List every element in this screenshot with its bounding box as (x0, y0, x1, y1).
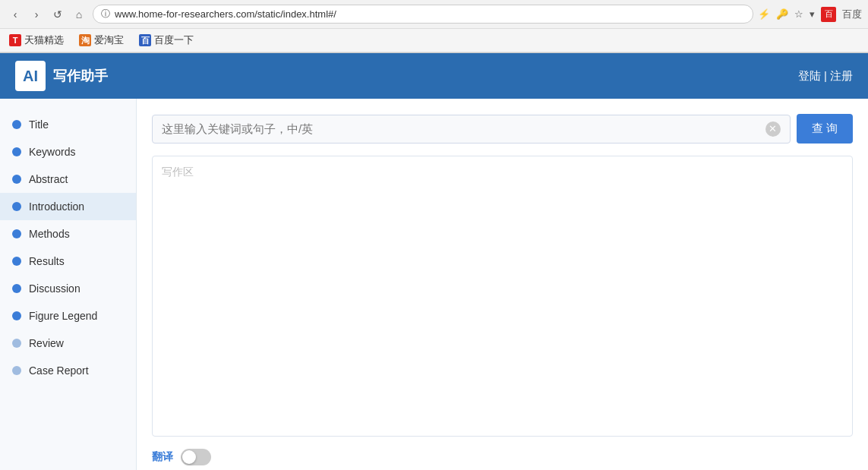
search-button[interactable]: 查 询 (797, 114, 853, 144)
tianmao-icon: T (9, 34, 21, 46)
home-button[interactable]: ⌂ (70, 5, 88, 24)
bookmark-baidu-label: 百度一下 (154, 33, 194, 47)
bookmark-baidu[interactable]: 百 百度一下 (136, 32, 197, 49)
baidu-icon: 百 (821, 7, 836, 22)
forward-button[interactable]: › (27, 5, 46, 24)
app-title: 写作助手 (53, 67, 108, 85)
auth-separator: | (821, 69, 830, 82)
logo-box: AI (15, 61, 46, 91)
sidebar-label-methods: Methods (29, 228, 70, 240)
sidebar-label-figure-legend: Figure Legend (29, 310, 97, 322)
search-row: ✕ 查 询 (152, 114, 853, 144)
dot-abstract (12, 175, 21, 184)
app-logo: AI 写作助手 (15, 61, 108, 91)
dot-case-report (12, 366, 21, 375)
translate-toggle[interactable] (181, 449, 211, 465)
back-button[interactable]: ‹ (6, 5, 24, 24)
taobao-icon: 淘 (79, 34, 91, 46)
dot-results (12, 257, 21, 266)
login-link[interactable]: 登陆 (798, 69, 821, 82)
key-icon: 🔑 (776, 8, 788, 20)
baidu-bm-icon: 百 (139, 34, 151, 46)
search-input-wrap: ✕ (152, 115, 791, 144)
app-body: Title Keywords Abstract Introduction Met… (0, 99, 868, 470)
sidebar-item-title[interactable]: Title (0, 111, 136, 138)
logo-ai-text: AI (23, 68, 38, 85)
sidebar-label-review: Review (29, 337, 64, 349)
sidebar-label-introduction: Introduction (29, 200, 84, 213)
dot-review (12, 339, 21, 348)
clear-button[interactable]: ✕ (765, 121, 781, 137)
app-header: AI 写作助手 登陆 | 注册 (0, 53, 868, 99)
dot-methods (12, 229, 21, 238)
sidebar-item-methods[interactable]: Methods (0, 220, 136, 248)
bookmark-taobao[interactable]: 淘 爱淘宝 (76, 32, 127, 49)
register-link[interactable]: 注册 (830, 69, 853, 82)
sidebar-item-results[interactable]: Results (0, 248, 136, 275)
toggle-knob (182, 450, 196, 464)
bookmark-bar: T 天猫精选 淘 爱淘宝 百 百度一下 (0, 29, 868, 52)
dot-figure-legend (12, 311, 21, 320)
sidebar-item-figure-legend[interactable]: Figure Legend (0, 302, 136, 330)
sidebar-label-discussion: Discussion (29, 282, 80, 295)
sidebar-item-abstract[interactable]: Abstract (0, 166, 136, 193)
search-input[interactable] (162, 122, 759, 135)
translate-row: 翻译 (152, 449, 853, 465)
header-auth: 登陆 | 注册 (798, 69, 853, 84)
bookmark-tianmao[interactable]: T 天猫精选 (6, 32, 67, 49)
reload-button[interactable]: ↺ (49, 5, 67, 24)
sidebar: Title Keywords Abstract Introduction Met… (0, 99, 137, 470)
translate-label: 翻译 (152, 450, 173, 464)
sidebar-label-results: Results (29, 255, 65, 267)
dot-discussion (12, 284, 21, 293)
sidebar-label-abstract: Abstract (29, 173, 68, 185)
baidu-label: 百度 (842, 8, 862, 21)
dot-title (12, 120, 21, 129)
address-bar[interactable]: ⓘ www.home-for-researchers.com/static/in… (93, 5, 753, 24)
sidebar-item-introduction[interactable]: Introduction (0, 193, 136, 220)
writing-placeholder: 写作区 (162, 166, 843, 179)
url-text: www.home-for-researchers.com/static/inde… (115, 8, 745, 20)
sidebar-item-discussion[interactable]: Discussion (0, 275, 136, 302)
bookmark-taobao-label: 爱淘宝 (94, 33, 124, 47)
dropdown-icon: ▾ (810, 8, 815, 20)
lightning-icon: ⚡ (758, 8, 770, 20)
sidebar-item-review[interactable]: Review (0, 330, 136, 357)
dot-keywords (12, 147, 21, 156)
main-content: ✕ 查 询 写作区 翻译 (137, 99, 868, 470)
bookmark-tianmao-label: 天猫精选 (24, 33, 64, 47)
sidebar-label-case-report: Case Report (29, 364, 89, 377)
sidebar-label-title: Title (29, 118, 49, 131)
sidebar-item-keywords[interactable]: Keywords (0, 138, 136, 166)
sidebar-item-case-report[interactable]: Case Report (0, 357, 136, 384)
dot-introduction (12, 202, 21, 211)
sidebar-label-keywords: Keywords (29, 146, 75, 158)
star-icon: ☆ (794, 8, 803, 20)
info-icon: ⓘ (101, 8, 110, 21)
writing-area[interactable]: 写作区 (152, 156, 853, 437)
